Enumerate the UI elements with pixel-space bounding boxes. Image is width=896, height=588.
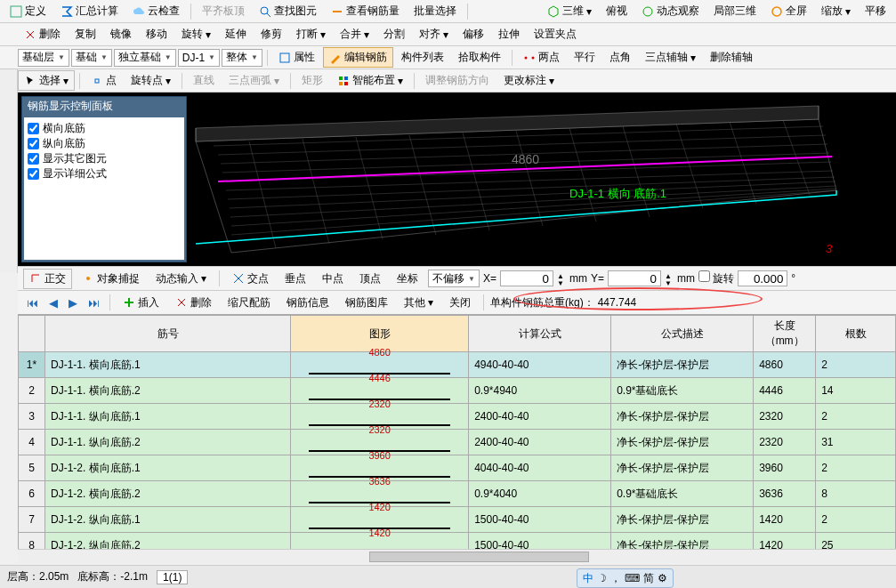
- btn-extend[interactable]: 延伸: [219, 24, 253, 44]
- btn-ortho[interactable]: 正交: [23, 269, 72, 289]
- cell-length[interactable]: 1420: [754, 533, 816, 550]
- btn-set-grip[interactable]: 设置夹点: [528, 24, 583, 44]
- dd-component[interactable]: DJ-1▼: [178, 49, 220, 67]
- chk-detail-formula[interactable]: 显示详细公式: [28, 166, 181, 181]
- cell-length[interactable]: 4860: [754, 352, 816, 378]
- btn-rebar-info[interactable]: 钢筋信息: [280, 293, 335, 313]
- cell-desc[interactable]: 净长-保护层-保护层: [611, 533, 754, 550]
- btn-mid[interactable]: 中点: [316, 269, 350, 289]
- btn-perp[interactable]: 垂点: [278, 269, 312, 289]
- btn-sum[interactable]: 汇总计算: [54, 1, 125, 21]
- btn-cloud[interactable]: 云检查: [126, 1, 186, 21]
- cell-formula[interactable]: 0.9*4040: [469, 481, 611, 507]
- btn-point[interactable]: 点: [85, 70, 123, 91]
- cell-length[interactable]: 1420: [754, 507, 816, 533]
- ime-moon-icon[interactable]: ☽: [597, 572, 607, 584]
- btn-edit-rebar[interactable]: 编辑钢筋: [323, 47, 393, 68]
- btn-copy[interactable]: 复制: [69, 24, 102, 44]
- row-number[interactable]: 5: [19, 455, 45, 481]
- cell-qty[interactable]: 14: [816, 378, 896, 404]
- btn-rebar-lib[interactable]: 钢筋图库: [339, 293, 394, 313]
- btn-parallel[interactable]: 平行: [568, 47, 601, 68]
- cell-desc[interactable]: 净长-保护层-保护层: [611, 455, 754, 481]
- btn-local-3d[interactable]: 局部三维: [707, 1, 763, 21]
- ime-toolbar[interactable]: 中 ☽ ， ⌨ 简 ⚙: [577, 568, 674, 588]
- btn-move[interactable]: 移动: [140, 24, 174, 44]
- rebar-display-panel[interactable]: 钢筋显示控制面板 横向底筋 纵向底筋 显示其它图元 显示详细公式: [21, 96, 187, 262]
- row-number[interactable]: 8: [19, 533, 45, 550]
- cell-id[interactable]: DJ-1-2. 纵向底筋.2: [45, 533, 291, 550]
- cell-id[interactable]: DJ-1-2. 纵向底筋.1: [45, 507, 291, 533]
- cell-id[interactable]: DJ-1-2. 横向底筋.2: [45, 481, 291, 507]
- cell-qty[interactable]: 8: [816, 481, 896, 507]
- btn-vertex[interactable]: 顶点: [353, 269, 387, 289]
- row-number[interactable]: 1*: [19, 352, 45, 378]
- btn-trim[interactable]: 修剪: [254, 24, 288, 44]
- cell-length[interactable]: 2320: [754, 430, 816, 455]
- col-desc[interactable]: 公式描述: [611, 316, 754, 352]
- chk-h-bottom[interactable]: 横向底筋: [28, 121, 181, 136]
- ime-comma-icon[interactable]: ，: [610, 571, 621, 586]
- table-row[interactable]: 1*DJ-1-1. 横向底筋.148604940-40-40净长-保护层-保护层…: [19, 352, 896, 378]
- table-row[interactable]: 6DJ-1-2. 横向底筋.236360.9*40400.9*基础底长36368: [19, 481, 896, 507]
- btn-break[interactable]: 打断 ▾: [290, 24, 332, 44]
- row-number[interactable]: 2: [19, 378, 45, 404]
- ime-jian[interactable]: 简: [643, 571, 654, 586]
- btn-flat-top[interactable]: 平齐板顶: [196, 1, 251, 21]
- btn-rect[interactable]: 矩形: [295, 70, 329, 91]
- btn-merge[interactable]: 合并 ▾: [334, 24, 375, 44]
- btn-arc3[interactable]: 三点画弧 ▾: [222, 70, 286, 91]
- col-rebar-id[interactable]: 筋号: [45, 316, 291, 352]
- btn-point-angle[interactable]: 点角: [603, 47, 637, 68]
- btn-pick-component[interactable]: 拾取构件: [452, 47, 507, 68]
- nav-last[interactable]: ⏭: [85, 296, 103, 310]
- btn-offset[interactable]: 偏移: [456, 24, 490, 44]
- btn-close[interactable]: 关闭: [443, 293, 477, 313]
- table-row[interactable]: 3DJ-1-1. 纵向底筋.123202400-40-40净长-保护层-保护层2…: [19, 404, 896, 430]
- cell-desc[interactable]: 净长-保护层-保护层: [611, 352, 754, 378]
- cell-qty[interactable]: 2: [816, 455, 896, 481]
- btn-smart-layout[interactable]: 智能布置 ▾: [331, 70, 409, 91]
- col-length[interactable]: 长度（mm）: [754, 316, 816, 352]
- table-row[interactable]: 4DJ-1-1. 纵向底筋.223202400-40-40净长-保护层-保护层2…: [19, 430, 896, 455]
- cell-formula[interactable]: 2400-40-40: [469, 404, 611, 430]
- cell-length[interactable]: 3960: [754, 455, 816, 481]
- cell-formula[interactable]: 0.9*4940: [469, 378, 611, 404]
- ime-zhong[interactable]: 中: [583, 571, 593, 586]
- table-row[interactable]: 7DJ-1-2. 纵向底筋.114201500-40-40净长-保护层-保护层1…: [19, 507, 896, 533]
- cell-formula[interactable]: 4040-40-40: [469, 455, 611, 481]
- cell-shape[interactable]: 1420: [291, 533, 469, 550]
- chk-other-elem[interactable]: 显示其它图元: [28, 151, 181, 166]
- dd-offset-mode[interactable]: 不偏移▼: [428, 270, 480, 287]
- nav-next[interactable]: ▶: [65, 296, 81, 310]
- cell-desc[interactable]: 净长-保护层-保护层: [611, 430, 754, 455]
- input-angle[interactable]: [738, 270, 787, 286]
- cell-id[interactable]: DJ-1-1. 横向底筋.1: [45, 352, 291, 378]
- row-number[interactable]: 3: [19, 404, 45, 430]
- btn-delete[interactable]: 删除: [18, 24, 67, 44]
- cell-desc[interactable]: 0.9*基础底长: [611, 481, 754, 507]
- btn-select[interactable]: 选择 ▾: [18, 70, 75, 91]
- x-down[interactable]: ▼: [557, 279, 564, 287]
- col-qty[interactable]: 根数: [816, 316, 896, 352]
- nav-prev[interactable]: ◀: [45, 296, 61, 310]
- btn-align[interactable]: 对齐 ▾: [413, 24, 455, 44]
- cell-formula[interactable]: 2400-40-40: [469, 430, 611, 455]
- btn-dyn-view[interactable]: 动态观察: [635, 1, 706, 21]
- btn-del-aux[interactable]: 删除辅轴: [704, 47, 759, 68]
- cell-length[interactable]: 2320: [754, 404, 816, 430]
- cell-id[interactable]: DJ-1-1. 横向底筋.2: [45, 378, 291, 404]
- btn-grid-delete[interactable]: 删除: [169, 293, 218, 313]
- btn-define[interactable]: 定义: [4, 1, 52, 21]
- dd-category[interactable]: 基础▼: [71, 49, 112, 67]
- cell-formula[interactable]: 1500-40-40: [469, 533, 611, 550]
- btn-component-list[interactable]: 构件列表: [395, 47, 450, 68]
- btn-scale-rebar[interactable]: 缩尺配筋: [222, 293, 277, 313]
- nav-first[interactable]: ⏮: [23, 296, 42, 310]
- ime-keyboard-icon[interactable]: ⌨: [625, 572, 640, 584]
- btn-props[interactable]: 属性: [272, 47, 321, 68]
- btn-coord[interactable]: 坐标: [391, 269, 424, 289]
- btn-zoom[interactable]: 缩放 ▾: [815, 1, 857, 21]
- dd-type[interactable]: 独立基础▼: [114, 49, 176, 67]
- btn-modify-note[interactable]: 更改标注 ▾: [497, 70, 561, 91]
